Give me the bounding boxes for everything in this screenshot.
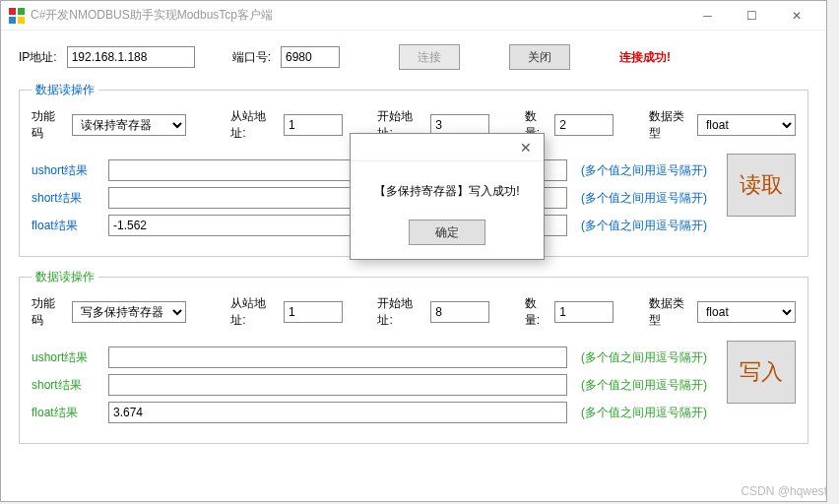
write-ushort-input[interactable] [108,346,567,368]
read-slave-input[interactable] [284,114,343,136]
read-legend: 数据读操作 [32,82,98,98]
port-label: 端口号: [232,49,271,66]
read-slave-label: 从站地址: [230,108,278,142]
read-button[interactable]: 读取 [727,154,796,217]
svg-rect-0 [9,8,16,15]
read-dtype-select[interactable]: float [697,114,796,136]
read-func-select[interactable]: 读保持寄存器 [72,114,186,136]
write-ushort-label: ushort结果 [32,349,100,366]
read-float-label: float结果 [32,218,100,234]
connection-row: IP地址: 端口号: 连接 关闭 连接成功! [19,44,808,70]
read-ushort-label: ushort结果 [32,162,100,179]
port-input[interactable] [281,46,340,68]
write-slave-input[interactable] [284,301,343,323]
read-count-input[interactable] [554,114,613,136]
message-dialog: ✕ 【多保持寄存器】写入成功! 确定 [350,133,545,260]
dialog-close-icon[interactable]: ✕ [514,138,538,158]
window-controls: ─ ☐ ✕ [685,2,818,30]
maximize-button[interactable]: ☐ [730,2,774,30]
write-float-label: float结果 [32,405,100,421]
connection-status: 连接成功! [619,49,671,66]
titlebar: C#开发NMODBUS助手实现ModbusTcp客户端 ─ ☐ ✕ [1,1,826,31]
window-title: C#开发NMODBUS助手实现ModbusTcp客户端 [31,7,685,24]
write-count-label: 数量: [525,295,549,329]
svg-rect-1 [18,8,25,15]
write-button[interactable]: 写入 [727,341,796,404]
write-dtype-label: 数据类型 [649,295,691,329]
read-short-label: short结果 [32,190,100,207]
read-hint-3: (多个值之间用逗号隔开) [581,218,707,234]
app-icon [9,8,25,24]
write-slave-label: 从站地址: [230,295,278,329]
dialog-ok-button[interactable]: 确定 [409,220,485,245]
write-legend: 数据读操作 [32,269,98,285]
close-button[interactable]: ✕ [774,2,818,30]
watermark: CSDN @hqwest [741,484,827,498]
write-func-label: 功能码 [32,295,66,329]
svg-rect-3 [18,17,25,24]
write-dtype-select[interactable]: float [697,301,796,323]
write-func-select[interactable]: 写多保持寄存器 [72,301,186,323]
read-func-label: 功能码 [32,108,66,142]
write-count-input[interactable] [554,301,613,323]
dialog-titlebar: ✕ [351,134,544,161]
connect-button[interactable]: 连接 [399,44,460,70]
read-hint-2: (多个值之间用逗号隔开) [581,190,707,207]
write-short-input[interactable] [108,374,567,396]
write-hint-1: (多个值之间用逗号隔开) [581,349,707,366]
disconnect-button[interactable]: 关闭 [509,44,570,70]
svg-rect-2 [9,17,16,24]
write-results: ushort结果 (多个值之间用逗号隔开) short结果 (多个值之间用逗号隔… [32,341,796,429]
write-float-input[interactable] [108,402,567,423]
write-short-label: short结果 [32,377,100,394]
write-start-input[interactable] [430,301,489,323]
write-config-row: 功能码 写多保持寄存器 从站地址: 开始地址: 数量: 数据类型 float [32,295,796,329]
write-hint-2: (多个值之间用逗号隔开) [581,377,707,394]
minimize-button[interactable]: ─ [685,2,730,30]
write-group: 数据读操作 功能码 写多保持寄存器 从站地址: 开始地址: 数量: 数据类型 f… [19,269,808,444]
write-hint-3: (多个值之间用逗号隔开) [581,405,707,421]
read-hint-1: (多个值之间用逗号隔开) [581,162,707,179]
ip-label: IP地址: [19,49,57,66]
ip-input[interactable] [67,46,195,68]
write-start-label: 开始地址: [377,295,424,329]
dialog-message: 【多保持寄存器】写入成功! [351,161,544,212]
read-dtype-label: 数据类型 [649,108,691,142]
